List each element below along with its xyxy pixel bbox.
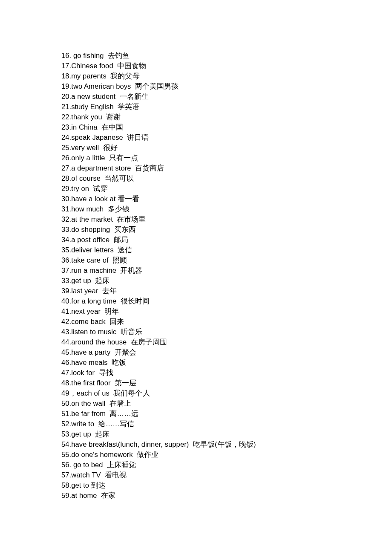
list-item: 49，each of us 我们每个人 (61, 388, 331, 398)
list-item: 25.very well 很好 (61, 142, 331, 153)
list-item: 30.have a look at 看一看 (61, 194, 331, 204)
list-item: 23.in China 在中国 (61, 122, 331, 132)
list-item: 58.get to 到达 (61, 480, 331, 490)
document-page: 16. go fishing 去钓鱼 17.Chinese food 中国食物 … (0, 0, 392, 555)
list-item: 59.at home 在家 (61, 490, 331, 500)
list-item: 37.run a machine 开机器 (61, 265, 331, 275)
list-item: 51.be far from 离……远 (61, 408, 331, 419)
list-item: 54.have breakfast(lunch, dinner, supper)… (61, 439, 331, 449)
list-item: 45.have a party 开聚会 (61, 347, 331, 357)
list-item: 36.take care of 照顾 (61, 255, 331, 265)
list-item: 44.around the house 在房子周围 (61, 337, 331, 347)
list-item: 57.watch TV 看电视 (61, 470, 331, 480)
list-item: 17.Chinese food 中国食物 (61, 61, 331, 71)
list-item: 33.do shopping 买东西 (61, 224, 331, 234)
list-item: 28.of course 当然可以 (61, 173, 331, 183)
list-item: 39.last year 去年 (61, 286, 331, 296)
list-item: 53.get up 起床 (61, 429, 331, 439)
list-item: 42.come back 回来 (61, 316, 331, 327)
list-item: 55.do one's homework 做作业 (61, 449, 331, 460)
list-item: 35.deliver letters 送信 (61, 245, 331, 255)
list-item: 22.thank you 谢谢 (61, 112, 331, 122)
list-item: 56. go to bed 上床睡觉 (61, 460, 331, 470)
list-item: 34.a post office 邮局 (61, 234, 331, 245)
list-item: 43.listen to music 听音乐 (61, 327, 331, 337)
list-item: 33.get up 起床 (61, 275, 331, 286)
list-item: 27.a department store 百货商店 (61, 163, 331, 173)
list-item: 46.have meals 吃饭 (61, 357, 331, 367)
list-item: 48.the first floor 第一层 (61, 378, 331, 388)
list-item: 29.try on 试穿 (61, 183, 331, 194)
list-item: 21.study English 学英语 (61, 101, 331, 112)
list-item: 41.next year 明年 (61, 306, 331, 316)
list-item: 32.at the market 在市场里 (61, 214, 331, 224)
list-item: 26.only a little 只有一点 (61, 153, 331, 163)
content-block: 16. go fishing 去钓鱼 17.Chinese food 中国食物 … (61, 50, 331, 500)
list-item: 19.two American boys 两个美国男孩 (61, 81, 331, 91)
list-item: 31.how much 多少钱 (61, 204, 331, 214)
list-item: 16. go fishing 去钓鱼 (61, 50, 331, 61)
list-item: 47.look for 寻找 (61, 367, 331, 378)
list-item: 20.a new student 一名新生 (61, 91, 331, 101)
list-item: 52.write to 给……写信 (61, 419, 331, 429)
list-item: 40.for a long time 很长时间 (61, 296, 331, 306)
list-item: 24.speak Japanese 讲日语 (61, 132, 331, 142)
list-item: 18.my parents 我的父母 (61, 71, 331, 81)
list-item: 50.on the wall 在墙上 (61, 398, 331, 408)
